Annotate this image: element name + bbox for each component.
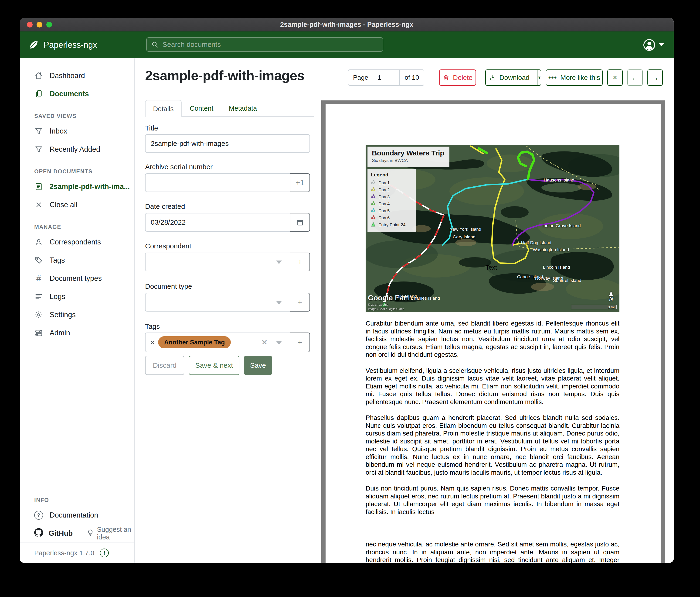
sidebar-item-recently-added[interactable]: Recently Added (20, 140, 134, 159)
map-legend-item: Day 2 (371, 186, 412, 193)
sidebar-item-logs[interactable]: Logs (20, 288, 134, 306)
pdf-paragraph-3: Phasellus dapibus quam a hendrerit place… (366, 414, 620, 476)
pdf-preview-pane[interactable]: New York IslandGary IslandHausons Island… (321, 100, 665, 563)
previous-document-button[interactable]: ← (627, 69, 643, 86)
save-button[interactable]: Save (244, 356, 272, 375)
caret-down-icon (276, 261, 282, 264)
zoom-window-button[interactable] (46, 22, 52, 27)
sidebar-item-documents[interactable]: Documents (20, 85, 134, 103)
tag-chip[interactable]: Another Sample Tag (158, 336, 231, 349)
tab-details[interactable]: Details (145, 100, 182, 117)
close-document-button[interactable]: ✕ (607, 69, 623, 86)
correspondent-select[interactable] (145, 253, 291, 271)
screenshot-canvas: 2sample-pdf-with-images - Paperless-ngx … (0, 0, 700, 597)
calendar-icon (296, 218, 304, 226)
date-created-input[interactable] (145, 213, 291, 232)
app-name: Paperless-ngx (44, 40, 97, 50)
sidebar-item-inbox[interactable]: Inbox (20, 122, 134, 140)
google-earth-logo: Google Earth (368, 294, 412, 302)
map-legend-item: Entry Point 24 (371, 221, 412, 229)
info-icon[interactable]: i (100, 549, 109, 557)
tags-select[interactable]: × Another Sample Tag ✕ (145, 333, 291, 352)
tab-metadata[interactable]: Metadata (227, 100, 259, 117)
asn-plus-one-button[interactable]: +1 (290, 173, 310, 192)
correspondent-label: Correspondent (145, 242, 191, 250)
home-icon (34, 71, 43, 80)
map-legend-item: Day 6 (371, 214, 412, 221)
asn-field-label: Archive serial number (145, 163, 212, 171)
person-icon (34, 238, 43, 246)
map-copyright-1: © 2017 Google (368, 303, 389, 306)
close-icon (34, 200, 43, 209)
caret-down-icon (276, 341, 282, 344)
sidebar-item-github[interactable]: GitHub (34, 528, 73, 539)
map-legend-item: Day 5 (371, 207, 412, 214)
map-island-label: Lincoln Island (543, 265, 570, 270)
title-field-label: Title (145, 124, 158, 132)
sidebar-item-correspondents[interactable]: Correspondents (20, 233, 134, 251)
question-circle-icon: ? (34, 511, 43, 520)
clear-tags-icon[interactable]: ✕ (261, 338, 268, 347)
close-window-button[interactable] (27, 22, 33, 27)
sidebar-item-settings[interactable]: Settings (20, 306, 134, 324)
delete-button[interactable]: Delete (439, 69, 476, 86)
map-subtitle: Six days in BWCA (372, 158, 445, 163)
trail-dots-icon (371, 215, 376, 221)
arrow-left-icon: ← (631, 74, 639, 81)
sidebar-item-dashboard[interactable]: Dashboard (20, 67, 134, 85)
user-menu[interactable] (643, 31, 664, 58)
asn-input[interactable] (145, 173, 291, 192)
map-image: New York IslandGary IslandHausons Island… (366, 145, 620, 312)
page-number-input[interactable] (373, 70, 400, 85)
logs-icon (34, 292, 43, 301)
caret-down-icon: ▼ (538, 75, 542, 80)
map-legend-item: Day 4 (371, 200, 412, 207)
sidebar-item-label: Recently Added (50, 145, 100, 153)
next-document-button[interactable]: → (647, 69, 663, 86)
map-island-label: Gary Island (453, 234, 475, 240)
trail-dots-icon (371, 187, 376, 193)
map-island-label: Half Dog Island (521, 240, 551, 245)
plus-icon: + (298, 258, 302, 266)
document-text-icon (34, 182, 43, 191)
add-tag-button[interactable]: + (290, 333, 310, 352)
sidebar-item-documentation[interactable]: ? Documentation (20, 506, 134, 524)
discard-button[interactable]: Discard (145, 356, 184, 375)
github-icon (34, 528, 43, 539)
sidebar-item-label: Settings (50, 311, 76, 319)
sidebar-item-suggest-idea[interactable]: Suggest an idea (86, 526, 134, 541)
map-legend-title: Legend (371, 172, 412, 177)
document-type-select[interactable] (145, 293, 291, 312)
search-bar[interactable] (146, 37, 383, 52)
map-island-label: Indian Grave Island (542, 223, 581, 229)
version-row: Paperless-ngx 1.7.0 i (20, 543, 134, 563)
sidebar-item-close-all[interactable]: Close all (20, 196, 134, 214)
sidebar-item-admin[interactable]: Admin (20, 324, 134, 342)
map-island-label: Squirrel Island (553, 278, 581, 283)
sidebar-item-tags[interactable]: Tags (20, 251, 134, 269)
sidebar-item-label: Close all (50, 200, 77, 209)
more-like-this-button[interactable]: ••• More like this (546, 69, 603, 86)
remove-tag-icon[interactable]: × (150, 338, 155, 347)
app-brand[interactable]: Paperless-ngx (28, 40, 97, 50)
download-button[interactable]: Download ▼ (485, 69, 541, 86)
sidebar-item-open-document[interactable]: 2sample-pdf-with-ima... (20, 177, 134, 196)
minimize-window-button[interactable] (36, 22, 42, 27)
title-input[interactable] (145, 134, 310, 153)
window-title: 2sample-pdf-with-images - Paperless-ngx (20, 21, 674, 28)
add-document-type-button[interactable]: + (290, 293, 310, 312)
add-correspondent-button[interactable]: + (290, 253, 310, 271)
download-options-caret[interactable]: ▼ (537, 70, 542, 85)
sidebar-item-label: Logs (50, 292, 65, 301)
calendar-button[interactable] (290, 213, 310, 232)
search-input[interactable] (162, 40, 378, 49)
tab-content[interactable]: Content (186, 100, 217, 117)
tag-icon (34, 256, 43, 265)
sidebar-item-document-types[interactable]: # Document types (20, 269, 134, 288)
save-and-next-button[interactable]: Save & next (189, 356, 240, 375)
sidebar-item-label: Correspondents (50, 238, 101, 246)
app-header: Paperless-ngx (20, 31, 674, 58)
pdf-paragraph-1: Curabitur bibendum ante urna, sed blandi… (366, 319, 620, 359)
caret-down-icon (276, 301, 282, 304)
pdf-paragraph-4: Duis non tincidunt purus. Nam quis sapie… (366, 484, 620, 516)
